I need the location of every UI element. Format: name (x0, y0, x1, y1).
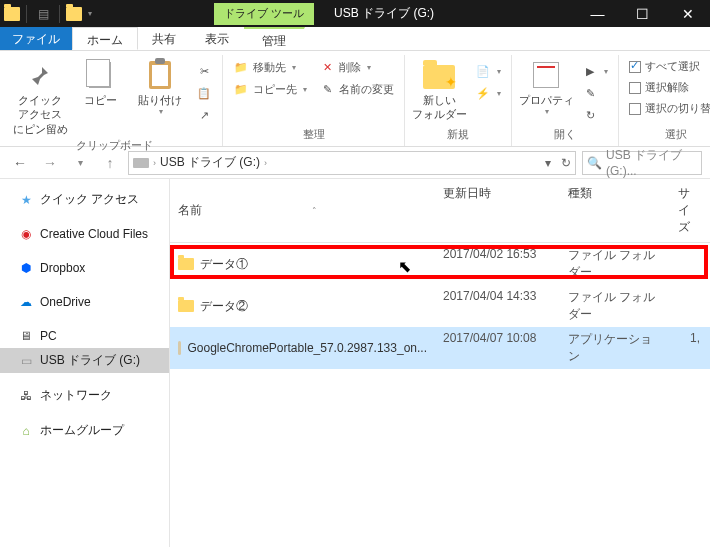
folder-icon (178, 300, 194, 312)
tab-view[interactable]: 表示 (191, 27, 244, 50)
copyto-icon: 📁 (233, 81, 249, 97)
qat-properties-icon[interactable]: ▤ (33, 4, 53, 24)
easy-access-button[interactable]: ⚡▾ (471, 83, 505, 103)
nav-quick-access[interactable]: ★クイック アクセス (0, 187, 169, 212)
properties-button[interactable]: プロパティ ▾ (518, 55, 574, 118)
chevron-down-icon: ▾ (545, 107, 549, 117)
close-button[interactable]: ✕ (665, 0, 710, 27)
file-type: ファイル フォルダー (560, 288, 670, 324)
shortcut-icon: ↗ (196, 107, 212, 123)
new-item-button[interactable]: 📄▾ (471, 61, 505, 81)
tab-manage[interactable]: 管理 (244, 27, 305, 50)
up-button[interactable]: ↑ (98, 151, 122, 175)
file-name: データ① (200, 256, 248, 273)
breadcrumb-segment[interactable]: USB ドライブ (G:) (160, 154, 260, 171)
column-type[interactable]: 種類 (560, 179, 670, 242)
file-size (670, 246, 710, 282)
search-input[interactable]: 🔍 USB ドライブ (G:)... (582, 151, 702, 175)
column-headers: 名前˄ 更新日時 種類 サイズ (170, 179, 710, 243)
file-row[interactable]: データ②2017/04/04 14:33ファイル フォルダー (170, 285, 710, 327)
nav-creative-cloud[interactable]: ◉Creative Cloud Files (0, 222, 169, 246)
file-name: GoogleChromePortable_57.0.2987.133_on... (187, 341, 427, 355)
ribbon-group-clipboard: クイック アクセス にピン留め コピー 貼り付け ▾ ✂ 📋 ↗ クリップボード (6, 55, 223, 146)
file-size (670, 288, 710, 324)
invert-selection-button[interactable]: 選択の切り替え (625, 99, 710, 118)
maximize-button[interactable]: ☐ (620, 0, 665, 27)
file-name: データ② (200, 298, 248, 315)
checkbox-icon (629, 103, 641, 115)
select-all-button[interactable]: すべて選択 (625, 57, 710, 76)
titlebar: ▤ ▾ ドライブ ツール USB ドライブ (G:) — ☐ ✕ (0, 0, 710, 27)
column-size[interactable]: サイズ (670, 179, 710, 242)
chevron-down-icon: ▾ (159, 107, 163, 117)
pin-quickaccess-button[interactable]: クイック アクセス にピン留め (12, 55, 68, 136)
sort-asc-icon: ˄ (312, 206, 317, 216)
forward-button[interactable]: → (38, 151, 62, 175)
new-item-icon: 📄 (475, 63, 491, 79)
new-folder-button[interactable]: 新しい フォルダー (411, 55, 467, 122)
nav-usb-drive[interactable]: ▭USB ドライブ (G:) (0, 348, 169, 373)
column-name[interactable]: 名前˄ (170, 179, 435, 242)
edit-button[interactable]: ✎ (578, 83, 612, 103)
copy-button[interactable]: コピー (72, 55, 128, 107)
path-icon: 📋 (196, 85, 212, 101)
file-type: ファイル フォルダー (560, 246, 670, 282)
ribbon-group-open: プロパティ ▾ ▶▾ ✎ ↻ 開く (512, 55, 619, 146)
file-size: 1, (670, 330, 710, 366)
history-button[interactable]: ↻ (578, 105, 612, 125)
file-date: 2017/04/02 16:53 (435, 246, 560, 282)
ribbon-group-label: 開く (554, 125, 576, 146)
paste-shortcut-button[interactable]: ↗ (192, 105, 216, 125)
edit-icon: ✎ (582, 85, 598, 101)
chevron-right-icon: › (264, 158, 267, 168)
ribbon-group-label: 整理 (303, 125, 325, 146)
select-none-button[interactable]: 選択解除 (625, 78, 710, 97)
nav-dropbox[interactable]: ⬢Dropbox (0, 256, 169, 280)
ribbon-group-new: 新しい フォルダー 📄▾ ⚡▾ 新規 (405, 55, 512, 146)
ribbon-group-select: すべて選択 選択解除 選択の切り替え 選択 (619, 55, 710, 146)
nav-homegroup[interactable]: ⌂ホームグループ (0, 418, 169, 443)
paste-icon (149, 61, 171, 89)
nav-pc[interactable]: 🖥PC (0, 324, 169, 348)
nav-network[interactable]: 🖧ネットワーク (0, 383, 169, 408)
onedrive-icon: ☁ (18, 294, 34, 310)
search-icon: 🔍 (587, 156, 602, 170)
navigation-pane: ★クイック アクセス ◉Creative Cloud Files ⬢Dropbo… (0, 179, 170, 547)
copyto-button[interactable]: 📁コピー先▾ (229, 79, 311, 99)
qat-dropdown-icon[interactable]: ▾ (88, 9, 92, 18)
drive-icon (133, 158, 149, 168)
tab-file[interactable]: ファイル (0, 27, 72, 50)
cut-button[interactable]: ✂ (192, 61, 216, 81)
column-date[interactable]: 更新日時 (435, 179, 560, 242)
easy-access-icon: ⚡ (475, 85, 491, 101)
contextual-tab-drive-tools[interactable]: ドライブ ツール (214, 3, 314, 25)
minimize-button[interactable]: — (575, 0, 620, 27)
file-row[interactable]: GoogleChromePortable_57.0.2987.133_on...… (170, 327, 710, 369)
pc-icon: 🖥 (18, 328, 34, 344)
ribbon-group-label: 選択 (665, 125, 687, 146)
tab-home[interactable]: ホーム (72, 27, 138, 50)
open-button[interactable]: ▶▾ (578, 61, 612, 81)
content-area: ★クイック アクセス ◉Creative Cloud Files ⬢Dropbo… (0, 179, 710, 547)
recent-dropdown[interactable]: ▾ (68, 151, 92, 175)
rename-button[interactable]: ✎名前の変更 (315, 79, 398, 99)
tab-share[interactable]: 共有 (138, 27, 191, 50)
qat-newfolder-icon[interactable] (66, 7, 82, 21)
nav-onedrive[interactable]: ☁OneDrive (0, 290, 169, 314)
new-folder-icon (423, 65, 455, 89)
copy-path-button[interactable]: 📋 (192, 83, 216, 103)
paste-button[interactable]: 貼り付け ▾ (132, 55, 188, 118)
file-row[interactable]: データ①2017/04/02 16:53ファイル フォルダー (170, 243, 710, 285)
copy-icon (89, 62, 111, 88)
drive-icon: ▭ (18, 353, 34, 369)
address-bar[interactable]: › USB ドライブ (G:) › ▾ ↻ (128, 151, 576, 175)
rename-icon: ✎ (319, 81, 335, 97)
application-icon (178, 341, 181, 355)
checkbox-on-icon (629, 61, 641, 73)
back-button[interactable]: ← (8, 151, 32, 175)
refresh-dropdown[interactable]: ▾ ↻ (545, 156, 571, 170)
search-placeholder: USB ドライブ (G:)... (606, 147, 697, 178)
file-type: アプリケーション (560, 330, 670, 366)
delete-button[interactable]: ✕削除▾ (315, 57, 398, 77)
moveto-button[interactable]: 📁移動先▾ (229, 57, 311, 77)
